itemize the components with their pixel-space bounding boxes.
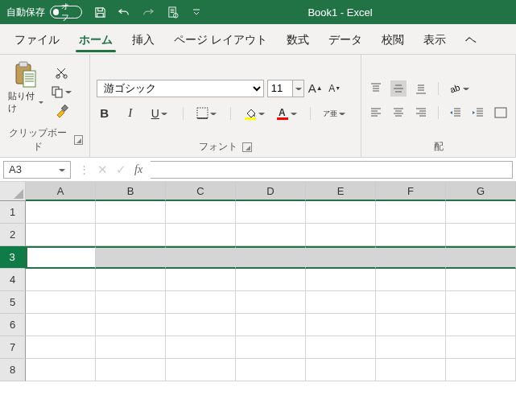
cell[interactable]	[26, 314, 96, 336]
tab-file[interactable]: ファイル	[5, 27, 69, 54]
cell[interactable]	[236, 314, 306, 336]
cell[interactable]	[446, 246, 516, 269]
print-preview-icon[interactable]	[166, 6, 179, 19]
cell[interactable]	[96, 269, 166, 291]
cell[interactable]	[236, 246, 306, 269]
tab-data[interactable]: データ	[319, 27, 372, 54]
copy-button[interactable]	[50, 84, 72, 100]
tab-home[interactable]: ホーム	[69, 27, 122, 54]
cell[interactable]	[26, 201, 96, 224]
align-right-button[interactable]	[413, 105, 429, 121]
tab-help[interactable]: ヘ	[456, 27, 486, 54]
tab-review[interactable]: 校閲	[372, 27, 414, 54]
cell[interactable]	[96, 201, 166, 224]
chevron-down-icon[interactable]	[293, 80, 304, 97]
cell[interactable]	[306, 291, 376, 314]
italic-button[interactable]: I	[122, 105, 138, 121]
cell[interactable]	[166, 246, 236, 269]
cell[interactable]	[166, 224, 236, 246]
row-header[interactable]: 8	[0, 359, 26, 381]
cell[interactable]	[26, 269, 96, 291]
paste-button[interactable]: 貼り付け	[6, 60, 45, 124]
cell[interactable]	[96, 314, 166, 336]
tab-formulas[interactable]: 数式	[277, 27, 319, 54]
cell[interactable]	[446, 269, 516, 291]
cell[interactable]	[376, 336, 446, 359]
cell[interactable]	[96, 246, 166, 269]
cell[interactable]	[306, 246, 376, 269]
phonetic-button[interactable]: ア亜	[323, 105, 345, 121]
font-size-combo[interactable]	[267, 80, 293, 97]
tab-insert[interactable]: 挿入	[122, 27, 164, 54]
align-center-button[interactable]	[390, 105, 407, 121]
cut-button[interactable]	[50, 64, 72, 80]
tab-view[interactable]: 表示	[414, 27, 456, 54]
increase-font-button[interactable]: A▲	[308, 80, 324, 97]
wrap-text-button[interactable]	[493, 105, 509, 121]
col-header[interactable]: C	[166, 182, 236, 201]
col-header[interactable]: D	[236, 182, 306, 201]
align-top-button[interactable]	[368, 80, 384, 97]
cell[interactable]	[166, 291, 236, 314]
cell[interactable]	[166, 269, 236, 291]
cell[interactable]	[96, 336, 166, 359]
redo-icon[interactable]	[142, 6, 155, 19]
toggle-switch[interactable]: オフ	[50, 6, 82, 19]
formula-input[interactable]	[151, 161, 513, 179]
cell[interactable]	[376, 201, 446, 224]
cell[interactable]	[166, 359, 236, 381]
save-icon[interactable]	[93, 6, 106, 19]
cell[interactable]	[26, 291, 96, 314]
align-bottom-button[interactable]	[413, 80, 429, 97]
cell[interactable]	[446, 291, 516, 314]
autosave-toggle[interactable]: 自動保存 オフ	[6, 6, 82, 19]
cell[interactable]	[376, 359, 446, 381]
borders-button[interactable]	[196, 105, 218, 121]
cell[interactable]	[376, 246, 446, 269]
font-name-combo[interactable]: 游ゴシック	[97, 80, 264, 97]
undo-icon[interactable]	[118, 6, 130, 19]
row-header[interactable]: 4	[0, 269, 26, 291]
row-header[interactable]: 2	[0, 224, 26, 246]
cell[interactable]	[166, 201, 236, 224]
col-header[interactable]: G	[446, 182, 516, 201]
row-header[interactable]: 7	[0, 336, 26, 359]
cell[interactable]	[306, 314, 376, 336]
decrease-indent-button[interactable]	[448, 105, 464, 121]
cell[interactable]	[26, 224, 96, 246]
format-painter-button[interactable]	[50, 103, 72, 119]
cell[interactable]	[446, 314, 516, 336]
cancel-icon[interactable]: ✕	[97, 163, 108, 177]
col-header[interactable]: A	[26, 182, 96, 201]
cell[interactable]	[96, 224, 166, 246]
dots-icon[interactable]: ⋮	[79, 163, 89, 175]
increase-indent-button[interactable]	[470, 105, 486, 121]
row-header[interactable]: 1	[0, 201, 26, 224]
customize-qat-icon[interactable]	[190, 6, 203, 19]
enter-icon[interactable]: ✓	[116, 163, 126, 177]
cell[interactable]	[26, 359, 96, 381]
cell[interactable]	[236, 269, 306, 291]
cell[interactable]	[96, 359, 166, 381]
dialog-launcher-icon[interactable]	[74, 135, 83, 145]
cell[interactable]	[166, 336, 236, 359]
cell[interactable]	[376, 224, 446, 246]
fx-icon[interactable]: fx	[134, 163, 142, 176]
col-header[interactable]: E	[306, 182, 376, 201]
cell[interactable]	[26, 336, 96, 359]
cell[interactable]	[306, 336, 376, 359]
cell[interactable]	[236, 224, 306, 246]
row-header[interactable]: 5	[0, 291, 26, 314]
cell[interactable]	[236, 336, 306, 359]
align-middle-button[interactable]	[390, 80, 407, 97]
col-header[interactable]: B	[96, 182, 166, 201]
dialog-launcher-icon[interactable]	[242, 142, 252, 152]
decrease-font-button[interactable]: A▼	[327, 80, 343, 97]
font-color-button[interactable]: A	[275, 105, 298, 121]
align-left-button[interactable]	[368, 105, 384, 121]
cell[interactable]	[26, 246, 96, 269]
cell[interactable]	[166, 314, 236, 336]
cell[interactable]	[446, 336, 516, 359]
cell[interactable]	[306, 201, 376, 224]
bold-button[interactable]: B	[97, 105, 113, 121]
